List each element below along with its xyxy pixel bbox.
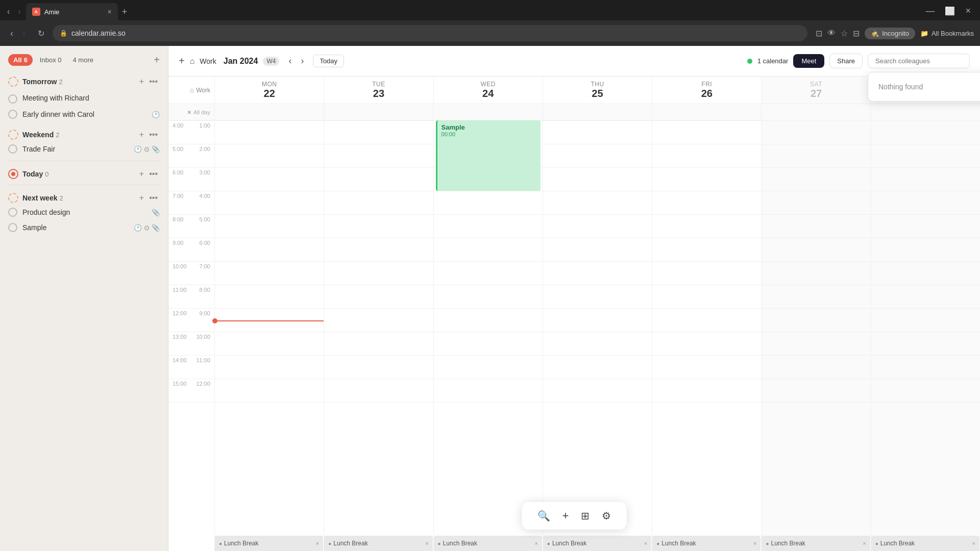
lunch-close-tue[interactable]: × — [425, 540, 428, 546]
lunch-close-sun[interactable]: × — [972, 540, 975, 546]
search-colleagues-input[interactable] — [868, 54, 970, 68]
day-header-fri: Fri 26 — [652, 77, 761, 104]
task-checkbox-trade[interactable] — [8, 144, 17, 154]
tab-back-btn[interactable]: ‹ — [4, 6, 13, 17]
lunch-bar-wed[interactable]: ● Lunch Break × — [434, 536, 542, 551]
today-menu-btn[interactable]: ••• — [147, 168, 160, 180]
incognito-btn[interactable]: 🕵 Incognito — [865, 28, 915, 39]
cal-col-wed[interactable]: Sample 00:00 — [433, 120, 543, 551]
tab-close-btn[interactable]: × — [107, 8, 111, 16]
task-text-product: Product design — [22, 208, 146, 216]
lunch-close-thu[interactable]: × — [644, 540, 647, 546]
today-add-btn[interactable]: + — [136, 168, 147, 180]
incognito-icon: 🕵 — [871, 30, 879, 37]
tab-forward-btn[interactable]: › — [15, 6, 23, 17]
task-checkbox-product[interactable] — [8, 208, 17, 217]
bookmarks-btn[interactable]: 📁 All Bookmarks — [920, 30, 974, 37]
all-day-close-btn[interactable]: × — [187, 108, 191, 116]
next-week-add-btn[interactable]: + — [136, 192, 147, 204]
lunch-close-mon[interactable]: × — [316, 540, 319, 546]
refresh-btn[interactable]: ↻ — [34, 27, 48, 40]
weekend-count: 2 — [56, 131, 59, 139]
cal-work-btn[interactable]: Work — [200, 57, 216, 65]
task-text-carol: Early dinner with Carol — [22, 110, 146, 118]
weekend-menu-btn[interactable]: ••• — [147, 129, 160, 140]
sidebar-toggle-icon[interactable]: ⊟ — [853, 29, 860, 38]
cal-share-btn[interactable]: Share — [829, 54, 863, 68]
lunch-bar-tue[interactable]: ● Lunch Break × — [324, 536, 432, 551]
cal-col-fri[interactable] — [652, 120, 761, 551]
search-dropdown: A Nothing found — [868, 72, 980, 102]
active-tab[interactable]: A Amie × — [26, 3, 118, 20]
lunch-bar-mon[interactable]: ● Lunch Break × — [215, 536, 323, 551]
cal-today-btn[interactable]: Today — [313, 55, 344, 67]
task-checkbox-carol[interactable] — [8, 110, 17, 119]
cal-col-sat[interactable] — [761, 120, 870, 551]
next-week-menu-btn[interactable]: ••• — [147, 192, 160, 204]
all-btn[interactable]: All 6 — [8, 54, 33, 66]
task-text-sample: Sample — [22, 223, 129, 232]
new-tab-btn[interactable]: + — [122, 7, 128, 20]
weekend-add-btn[interactable]: + — [136, 129, 147, 140]
task-early-dinner[interactable]: Early dinner with Carol 🕐 — [0, 107, 168, 122]
task-icons-sample: 🕐 ⊙ 📎 — [134, 224, 160, 232]
cal-col-sun[interactable] — [871, 120, 980, 551]
search-colleagues-container: A Nothing found — [868, 54, 970, 68]
tomorrow-add-btn[interactable]: + — [136, 76, 147, 87]
tab-left-controls: ‹ › — [4, 6, 24, 20]
time-label-10: 10:007:00 — [168, 261, 214, 285]
maximize-btn[interactable]: ⬜ — [940, 5, 960, 17]
lunch-bar-sat[interactable]: ● Lunch Break × — [762, 536, 870, 551]
browser-chrome: ‹ › A Amie × + — ⬜ × ‹ › ↻ 🔒 calendar.am… — [0, 0, 980, 46]
task-trade-fair[interactable]: Trade Fair 🕐 ⊙ 📎 — [0, 141, 168, 157]
cal-add-btn[interactable]: + — [179, 55, 185, 67]
back-btn[interactable]: ‹ — [6, 26, 17, 41]
cal-col-tue[interactable] — [324, 120, 433, 551]
cal-prev-btn[interactable]: ‹ — [284, 54, 296, 68]
lunch-label-mon: Lunch Break — [224, 540, 258, 547]
lunch-bar-fri[interactable]: ● Lunch Break × — [652, 536, 761, 551]
sidebar-add-btn[interactable]: + — [154, 54, 160, 66]
window-controls: — ⬜ × — [920, 5, 976, 20]
task-product-design[interactable]: Product design 📎 — [0, 205, 168, 220]
more-btn[interactable]: 4 more — [69, 54, 97, 66]
eye-icon[interactable]: 👁 — [827, 29, 836, 38]
cal-meet-btn[interactable]: Meet — [793, 54, 824, 68]
inbox-btn[interactable]: Inbox 0 — [36, 54, 66, 66]
lunch-label-fri: Lunch Break — [662, 540, 696, 547]
tomorrow-menu-btn[interactable]: ••• — [147, 76, 160, 87]
lunch-close-wed[interactable]: × — [534, 540, 537, 546]
lunch-close-fri[interactable]: × — [753, 540, 756, 546]
star-icon[interactable]: ☆ — [841, 29, 848, 38]
tomorrow-title: Tomorrow — [22, 78, 57, 86]
add-toolbar-btn[interactable]: + — [557, 506, 574, 525]
day-header-tue: Tue 23 — [324, 77, 433, 104]
cal-next-btn[interactable]: › — [297, 54, 308, 68]
task-checkbox-richard[interactable] — [8, 94, 17, 104]
forward-btn[interactable]: › — [18, 26, 30, 41]
minimize-btn[interactable]: — — [920, 5, 940, 17]
close-btn[interactable]: × — [960, 5, 976, 17]
weekend-section-header: Weekend 2 + ••• — [0, 126, 168, 141]
lunch-bar-thu[interactable]: ● Lunch Break × — [543, 536, 651, 551]
url-text: calendar.amie.so — [71, 29, 126, 37]
layout-toolbar-btn[interactable]: ⊞ — [576, 507, 595, 525]
cast-icon[interactable]: ⊡ — [816, 29, 822, 38]
next-week-title: Next week — [22, 194, 57, 202]
all-day-cell-fri — [652, 104, 761, 120]
search-toolbar-btn[interactable]: 🔍 — [532, 507, 555, 525]
cal-col-mon[interactable] — [214, 120, 324, 551]
task-meeting-richard[interactable]: Meeting with Richard — [0, 88, 168, 107]
task-icon-carol-clock: 🕐 — [152, 111, 160, 118]
task-checkbox-sample[interactable] — [8, 223, 17, 232]
time-label-5: 5:002:00 — [168, 144, 214, 167]
lunch-bar-sun[interactable]: ● Lunch Break × — [871, 536, 979, 551]
cal-event-sample[interactable]: Sample 00:00 — [436, 120, 541, 191]
cal-month-label: Jan 2024 — [224, 57, 258, 66]
cal-col-thu[interactable] — [543, 120, 652, 551]
time-label-13: 13:0010:00 — [168, 332, 214, 355]
settings-toolbar-btn[interactable]: ⚙ — [597, 507, 616, 525]
lunch-close-sat[interactable]: × — [863, 540, 866, 546]
task-sample[interactable]: Sample 🕐 ⊙ 📎 — [0, 220, 168, 235]
address-bar[interactable]: 🔒 calendar.amie.so — [53, 25, 807, 41]
